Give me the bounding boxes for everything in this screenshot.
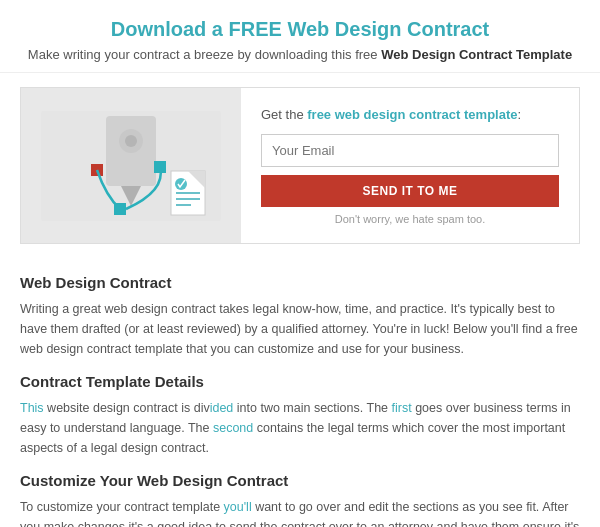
section1-title: Web Design Contract xyxy=(20,274,580,291)
send-button[interactable]: SEND IT TO ME xyxy=(261,175,559,207)
section3-text: To customize your contract template you'… xyxy=(20,497,580,527)
svg-point-13 xyxy=(175,178,187,190)
free-text: free web design contract template xyxy=(307,107,517,122)
content-section: Web Design Contract Writing a great web … xyxy=(0,258,600,527)
section2-text: This website design contract is divided … xyxy=(20,398,580,458)
section2-link-first[interactable]: first xyxy=(392,401,412,415)
svg-point-4 xyxy=(125,135,137,147)
header: Download a FREE Web Design Contract Make… xyxy=(0,0,600,73)
promo-illustration xyxy=(21,88,241,243)
section2-title: Contract Template Details xyxy=(20,373,580,390)
section2-link-ided[interactable]: ided xyxy=(210,401,234,415)
section3-link-youll[interactable]: you'll xyxy=(224,500,252,514)
main-title: Download a FREE Web Design Contract xyxy=(20,18,580,41)
email-input[interactable] xyxy=(261,134,559,167)
subtitle: Make writing your contract a breeze by d… xyxy=(20,47,580,62)
section3-title: Customize Your Web Design Contract xyxy=(20,472,580,489)
section2-link-this[interactable]: This xyxy=(20,401,44,415)
section1-text: Writing a great web design contract take… xyxy=(20,299,580,359)
promo-box: Get the free web design contract templat… xyxy=(20,87,580,244)
promo-form: Get the free web design contract templat… xyxy=(241,88,579,243)
form-heading: Get the free web design contract templat… xyxy=(261,106,559,124)
section2-link-second[interactable]: second xyxy=(213,421,253,435)
spam-note: Don't worry, we hate spam too. xyxy=(261,213,559,225)
